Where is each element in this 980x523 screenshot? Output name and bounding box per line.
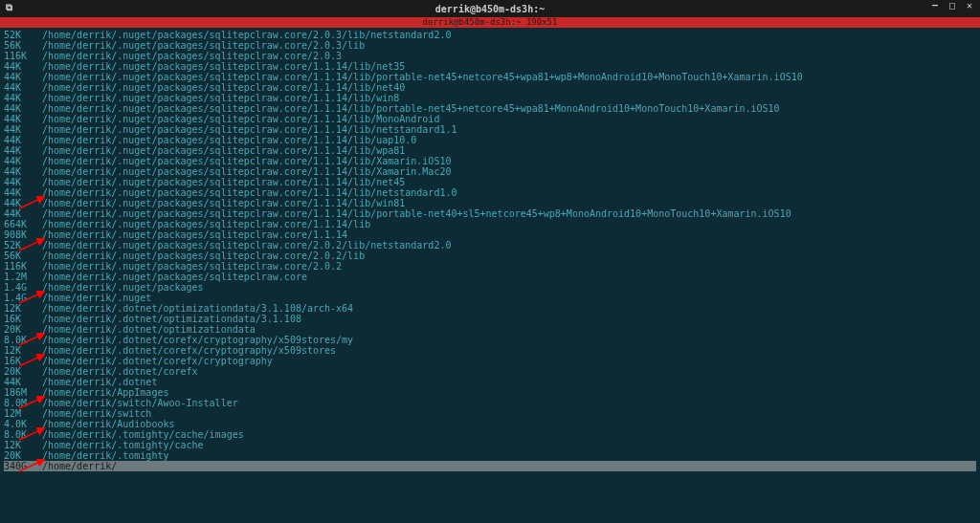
file-path: /home/derrik/switch/Awoo-Installer (42, 398, 238, 408)
disk-size: 1.4G (4, 293, 42, 303)
file-path: /home/derrik/.dotnet/optimizationdata/3.… (42, 314, 301, 324)
window-title: derrik@b450m-ds3h:~ (435, 4, 545, 14)
disk-size: 44K (4, 156, 42, 166)
file-path: /home/derrik/.nuget/packages/sqlitepclra… (42, 229, 347, 240)
disk-size: 44K (4, 177, 42, 187)
disk-size: 1.2M (4, 272, 42, 282)
output-row: 8.0K/home/derrik/.dotnet/corefx/cryptogr… (4, 335, 976, 345)
disk-size: 44K (4, 72, 42, 82)
output-row: 1.2M/home/derrik/.nuget/packages/sqlitep… (4, 272, 976, 282)
disk-size: 44K (4, 198, 42, 208)
output-row: 20K/home/derrik/.dotnet/corefx (4, 366, 976, 377)
disk-size: 20K (4, 366, 42, 377)
file-path: /home/derrik/.nuget/packages/sqlitepclra… (42, 145, 405, 156)
output-row: 8.0K/home/derrik/.tomighty/cache/images (4, 429, 976, 440)
file-path: /home/derrik/.nuget/packages/sqlitepclra… (42, 187, 457, 198)
disk-size: 16K (4, 314, 42, 324)
output-row: 908K/home/derrik/.nuget/packages/sqlitep… (4, 229, 976, 240)
disk-size: 8.0K (4, 335, 42, 345)
file-path: /home/derrik/.nuget/packages/sqlitepclra… (42, 261, 342, 272)
file-path: /home/derrik/.nuget/packages/sqlitepclra… (42, 93, 399, 103)
output-row: 44K/home/derrik/.nuget/packages/sqlitepc… (4, 93, 976, 103)
output-row: 44K/home/derrik/.nuget/packages/sqlitepc… (4, 114, 976, 124)
file-path: /home/derrik/.nuget/packages/sqlitepclra… (42, 219, 370, 229)
disk-size: 12K (4, 345, 42, 356)
file-path: /home/derrik/.nuget/packages/sqlitepclra… (42, 103, 780, 114)
output-row: 340G/home/derrik/ (4, 461, 976, 471)
output-row: 44K/home/derrik/.nuget/packages/sqlitepc… (4, 145, 976, 156)
disk-size: 44K (4, 61, 42, 72)
file-path: /home/derrik/.dotnet/optimizationdata (42, 324, 256, 335)
maximize-button[interactable]: □ (947, 0, 957, 11)
output-row: 16K/home/derrik/.dotnet/corefx/cryptogra… (4, 356, 976, 366)
terminal-output[interactable]: 52K/home/derrik/.nuget/packages/sqlitepc… (0, 28, 980, 473)
file-path: /home/derrik/AppImages (42, 387, 168, 398)
file-path: /home/derrik/.nuget/packages/sqlitepclra… (42, 177, 405, 187)
output-row: 4.0K/home/derrik/Audiobooks (4, 419, 976, 429)
disk-size: 52K (4, 240, 42, 251)
output-row: 8.0M/home/derrik/switch/Awoo-Installer (4, 398, 976, 408)
disk-size: 44K (4, 135, 42, 145)
file-path: /home/derrik/.nuget/packages/sqlitepclra… (42, 51, 342, 61)
disk-size: 4.0K (4, 419, 42, 429)
output-row: 56K/home/derrik/.nuget/packages/sqlitepc… (4, 40, 976, 51)
disk-size: 12M (4, 408, 42, 419)
file-path: /home/derrik/Audiobooks (42, 419, 174, 429)
disk-size: 908K (4, 229, 42, 240)
disk-size: 340G (4, 461, 42, 471)
file-path: /home/derrik/.nuget/packages/sqlitepclra… (42, 61, 405, 72)
output-row: 44K/home/derrik/.nuget/packages/sqlitepc… (4, 61, 976, 72)
disk-size: 664K (4, 219, 42, 229)
file-path: /home/derrik/.nuget/packages/sqlitepclra… (42, 251, 365, 261)
disk-size: 56K (4, 251, 42, 261)
output-row: 12K/home/derrik/.dotnet/corefx/cryptogra… (4, 345, 976, 356)
file-path: /home/derrik/.nuget/packages/sqlitepclra… (42, 135, 416, 145)
file-path: /home/derrik/.nuget/packages/sqlitepclra… (42, 166, 451, 177)
output-row: 44K/home/derrik/.nuget/packages/sqlitepc… (4, 166, 976, 177)
output-row: 116K/home/derrik/.nuget/packages/sqlitep… (4, 261, 976, 272)
app-icon: ⧉ (6, 2, 12, 13)
disk-size: 116K (4, 261, 42, 272)
disk-size: 44K (4, 208, 42, 219)
disk-size: 44K (4, 145, 42, 156)
output-row: 664K/home/derrik/.nuget/packages/sqlitep… (4, 219, 976, 229)
file-path: /home/derrik/.nuget/packages/sqlitepclra… (42, 208, 791, 219)
file-path: /home/derrik/.nuget/packages (42, 282, 204, 293)
output-row: 20K/home/derrik/.dotnet/optimizationdata (4, 324, 976, 335)
output-row: 44K/home/derrik/.nuget/packages/sqlitepc… (4, 208, 976, 219)
disk-size: 44K (4, 187, 42, 198)
disk-size: 56K (4, 40, 42, 51)
output-row: 44K/home/derrik/.nuget/packages/sqlitepc… (4, 72, 976, 82)
output-row: 44K/home/derrik/.nuget/packages/sqlitepc… (4, 156, 976, 166)
disk-size: 16K (4, 356, 42, 366)
file-path: /home/derrik/.nuget/packages/sqlitepclra… (42, 40, 365, 51)
file-path: /home/derrik/.nuget/packages/sqlitepclra… (42, 30, 451, 40)
file-path: /home/derrik/ (42, 461, 117, 471)
disk-size: 20K (4, 324, 42, 335)
disk-size: 186M (4, 387, 42, 398)
output-row: 56K/home/derrik/.nuget/packages/sqlitepc… (4, 251, 976, 261)
minimize-button[interactable]: — (930, 0, 940, 11)
disk-size: 8.0K (4, 429, 42, 440)
disk-size: 44K (4, 124, 42, 135)
output-row: 44K/home/derrik/.nuget/packages/sqlitepc… (4, 103, 976, 114)
file-path: /home/derrik/.nuget/packages/sqlitepclra… (42, 240, 451, 251)
disk-size: 52K (4, 30, 42, 40)
disk-size: 44K (4, 103, 42, 114)
file-path: /home/derrik/.nuget/packages/sqlitepclra… (42, 198, 405, 208)
titlebar: ⧉ derrik@b450m-ds3h:~ — □ ✕ (0, 0, 980, 17)
output-row: 20K/home/derrik/.tomighty (4, 450, 976, 461)
file-path: /home/derrik/.nuget/packages/sqlitepclra… (42, 124, 457, 135)
file-path: /home/derrik/.tomighty/cache/images (42, 429, 244, 440)
disk-size: 44K (4, 377, 42, 387)
file-path: /home/derrik/.dotnet/corefx/cryptography (42, 356, 273, 366)
output-row: 12K/home/derrik/.dotnet/optimizationdata… (4, 303, 976, 314)
output-row: 44K/home/derrik/.nuget/packages/sqlitepc… (4, 124, 976, 135)
output-row: 44K/home/derrik/.dotnet (4, 377, 976, 387)
output-row: 52K/home/derrik/.nuget/packages/sqlitepc… (4, 240, 976, 251)
disk-size: 44K (4, 114, 42, 124)
output-row: 52K/home/derrik/.nuget/packages/sqlitepc… (4, 30, 976, 40)
close-button[interactable]: ✕ (965, 0, 974, 11)
disk-size: 12K (4, 303, 42, 314)
file-path: /home/derrik/.nuget (42, 293, 151, 303)
